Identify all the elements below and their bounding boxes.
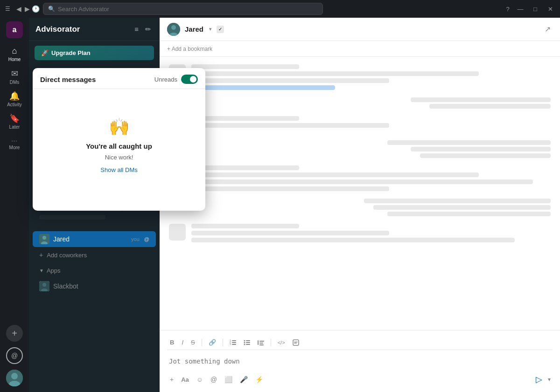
svg-rect-27 [259, 344, 264, 345]
format-text-button[interactable]: Aa [178, 374, 192, 385]
close-button[interactable]: ✕ [544, 3, 556, 15]
toolbar-separator-3 [271, 339, 271, 346]
nav-item-home[interactable]: ⌂ Home [4, 44, 25, 64]
strikethrough-button[interactable]: S [188, 337, 198, 348]
maximize-button[interactable]: □ [529, 3, 541, 15]
italic-button[interactable]: I [179, 337, 186, 348]
channel-action-button[interactable]: ↗ [543, 23, 553, 35]
nav-label-home: Home [8, 57, 21, 62]
svg-text:3.: 3. [230, 343, 231, 345]
bold-button[interactable]: B [167, 337, 177, 348]
svg-rect-26 [259, 343, 263, 344]
help-button[interactable]: ? [504, 5, 511, 13]
nav-label-later: Later [9, 124, 20, 130]
caught-up-title: You're all caught up [86, 142, 152, 150]
workspace-avatar[interactable]: a [6, 21, 23, 38]
right-message-2 [169, 140, 551, 158]
show-all-dms-link[interactable]: Show all DMs [100, 166, 137, 173]
channel-status-badge: ✓ [217, 26, 224, 33]
audio-button[interactable]: 🎤 [237, 374, 251, 385]
svg-point-20 [244, 342, 245, 343]
code-block-button[interactable] [290, 337, 302, 348]
far-left-nav: a ⌂ Home ✉ DMs 🔔 Activity 🔖 Later ··· Mo… [0, 18, 29, 392]
dms-icon: ✉ [11, 69, 18, 79]
message-block-1 [169, 64, 551, 90]
search-icon: 🔍 [48, 6, 55, 12]
add-bookmark-button[interactable]: + Add a bookmark [167, 46, 212, 52]
right-message-3 [169, 199, 551, 216]
minimize-button[interactable]: — [514, 3, 526, 15]
mention-button[interactable]: @ [208, 374, 220, 385]
activity-icon: 🔔 [9, 91, 20, 101]
back-button[interactable]: ◀ [15, 5, 22, 13]
svg-point-22 [244, 344, 245, 345]
message-avatar-4 [169, 224, 186, 241]
dm-popup-body: 🙌 You're all caught up Nice work! Show a… [33, 89, 205, 211]
nav-item-dms[interactable]: ✉ DMs [4, 66, 25, 87]
message-content-2 [191, 116, 551, 133]
caught-up-subtitle: Nice work! [105, 154, 133, 161]
blockquote-button[interactable] [255, 337, 267, 348]
search-bar[interactable]: 🔍 [43, 3, 323, 15]
message-block-2 [169, 116, 551, 133]
svg-rect-30 [294, 343, 297, 344]
app-layout: a ⌂ Home ✉ DMs 🔔 Activity 🔖 Later ··· Mo… [0, 18, 560, 392]
titlebar: ☰ ◀ ▶ 🕐 🔍 ? — □ ✕ [0, 0, 560, 18]
at-button[interactable]: @ [6, 347, 23, 364]
svg-rect-12 [232, 340, 236, 341]
later-icon: 🔖 [9, 113, 20, 124]
channel-name[interactable]: Jared [185, 25, 203, 33]
code-button[interactable]: </> [275, 338, 288, 347]
right-message-1 [169, 97, 551, 109]
nav-item-more[interactable]: ··· More [4, 133, 25, 154]
right-message-inner-2 [387, 140, 551, 158]
nav-item-activity[interactable]: 🔔 Activity [4, 89, 25, 109]
plus-button[interactable]: + [167, 374, 176, 385]
composer-input-area[interactable] [167, 352, 553, 371]
channel-avatar [167, 23, 180, 36]
add-workspace-button[interactable]: + [6, 325, 23, 342]
ordered-list-button[interactable]: 1.2.3. [227, 337, 239, 348]
messages-area[interactable] [160, 57, 560, 330]
svg-rect-14 [232, 344, 236, 345]
more-icon: ··· [11, 138, 17, 144]
svg-point-1 [11, 373, 18, 379]
menu-icon: ☰ [4, 5, 11, 13]
message-composer: B I S 🔗 1.2.3. </> [160, 330, 560, 392]
caught-up-emoji: 🙌 [109, 117, 130, 137]
channel-header: Jared ▾ ✓ ↗ [160, 18, 560, 41]
unordered-list-button[interactable] [241, 337, 253, 348]
search-input[interactable] [58, 6, 318, 13]
titlebar-right: ? — □ ✕ [504, 3, 556, 15]
shortcuts-button[interactable]: ⚡ [252, 374, 266, 385]
attachment-button[interactable]: ⬜ [222, 374, 235, 385]
svg-rect-25 [259, 341, 264, 342]
add-bookmark-label: + Add a bookmark [167, 46, 212, 52]
main-content: Jared ▾ ✓ ↗ + Add a bookmark [160, 18, 560, 392]
nav-item-later[interactable]: 🔖 Later [4, 111, 25, 131]
emoji-button[interactable]: ☺ [194, 374, 206, 385]
svg-point-18 [244, 340, 245, 341]
window-controls: ☰ [4, 5, 11, 13]
history-button[interactable]: 🕐 [32, 5, 39, 13]
link-button[interactable]: 🔗 [206, 337, 219, 348]
toolbar-separator-2 [223, 339, 223, 346]
svg-point-10 [171, 25, 176, 30]
channel-header-right: ↗ [543, 23, 553, 35]
send-btn-group: ▷ ▾ [532, 372, 553, 386]
message-input[interactable] [169, 358, 551, 365]
composer-bottom-toolbar: + Aa ☺ @ ⬜ 🎤 ⚡ ▷ ▾ [167, 371, 553, 387]
dm-popup-overlay[interactable]: Direct messages Unreads 🙌 You're all cau… [29, 18, 160, 392]
message-content-4 [191, 224, 551, 242]
svg-rect-23 [246, 344, 250, 345]
svg-rect-21 [246, 342, 250, 343]
user-avatar[interactable] [6, 370, 23, 386]
home-icon: ⌂ [12, 46, 17, 56]
dm-popup-header: Direct messages Unreads [33, 68, 205, 89]
right-message-inner-3 [364, 199, 551, 216]
forward-button[interactable]: ▶ [23, 5, 31, 13]
message-block-4 [169, 224, 551, 242]
unreads-toggle[interactable] [181, 75, 198, 84]
send-button[interactable]: ▷ [532, 372, 546, 386]
send-options-button[interactable]: ▾ [546, 374, 553, 385]
